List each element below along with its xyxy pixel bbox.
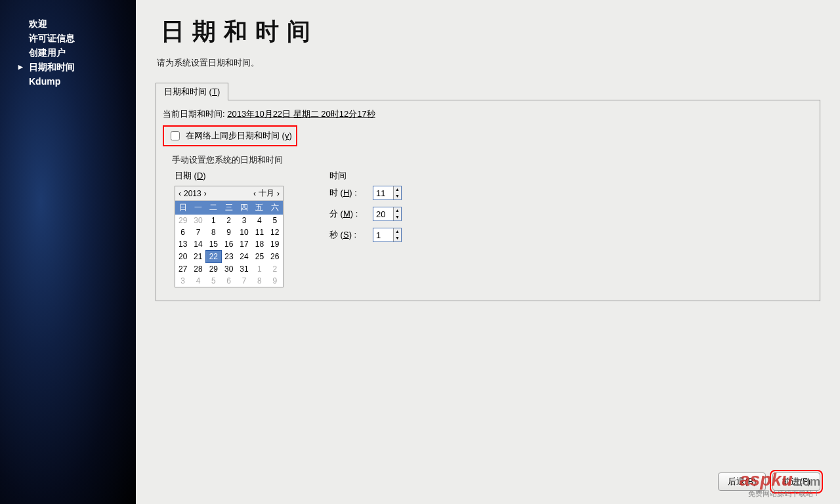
sidebar-item-3[interactable]: 日期和时间 (0, 60, 136, 75)
calendar-day: 6 (221, 275, 236, 287)
time-section-label: 时间 (329, 170, 402, 182)
hour-row: 时 (H) : ▲▼ (329, 186, 402, 200)
calendar-day[interactable]: 3 (236, 215, 251, 226)
calendar-day: 2 (267, 263, 282, 276)
calendar-day[interactable]: 11 (252, 226, 267, 238)
calendar-day[interactable]: 28 (190, 263, 205, 276)
sync-network-checkbox-input[interactable] (171, 131, 180, 140)
calendar-header: ‹ 2013 › ‹ 十月 › (175, 186, 283, 201)
footer-buttons: 后退(B) 前进(F) (718, 472, 820, 491)
minute-row: 分 (M) : ▲▼ (329, 207, 402, 221)
calendar-day[interactable]: 19 (267, 238, 282, 251)
calendar-dow-row: 日一二三四五六 (175, 201, 283, 215)
sidebar-item-1[interactable]: 许可证信息 (0, 32, 136, 46)
page-prompt: 请为系统设置日期和时间。 (157, 57, 820, 69)
calendar-day[interactable]: 16 (221, 238, 236, 251)
page-title: 日期和时间 (161, 16, 820, 48)
sidebar-item-2[interactable]: 创建用户 (0, 46, 136, 60)
hour-stepper[interactable]: ▲▼ (373, 186, 402, 200)
time-column: 时间 时 (H) : ▲▼ 分 (M) : (323, 170, 402, 287)
current-datetime-line: 当前日期和时间: 2013年10月22日 星期二 20时12分17秒 (163, 108, 813, 120)
second-up-icon[interactable]: ▲ (394, 228, 401, 235)
calendar-day[interactable]: 24 (236, 251, 251, 263)
calendar-day[interactable]: 31 (236, 263, 251, 276)
calendar-year[interactable]: 2013 (183, 189, 202, 198)
calendar-body: 2930123456789101112131415161718192021222… (175, 215, 283, 287)
second-input[interactable] (373, 228, 393, 242)
hour-up-icon[interactable]: ▲ (394, 186, 401, 193)
calendar-day: 3 (175, 275, 190, 287)
date-section-label: 日期 (D) (175, 170, 284, 182)
calendar-day[interactable]: 13 (175, 238, 190, 251)
hour-input[interactable] (373, 186, 393, 200)
minute-input[interactable] (373, 207, 393, 220)
calendar-day[interactable]: 5 (267, 215, 282, 226)
calendar-dow: 二 (206, 201, 221, 215)
calendar-grid: 日一二三四五六 29301234567891011121314151617181… (175, 201, 283, 287)
calendar-week: 20212223242526 (175, 251, 283, 263)
calendar-week: 13141516171819 (175, 238, 283, 251)
minute-down-icon[interactable]: ▼ (394, 214, 401, 220)
sidebar-item-4[interactable]: Kdump (0, 75, 136, 88)
calendar-dow: 四 (236, 201, 251, 215)
calendar-day: 29 (175, 215, 190, 226)
calendar-day[interactable]: 7 (190, 226, 205, 238)
calendar-day: 7 (236, 275, 251, 287)
calendar-day[interactable]: 26 (267, 251, 282, 263)
calendar-week: 272829303112 (175, 263, 283, 276)
calendar-day[interactable]: 1 (206, 215, 221, 226)
calendar-day[interactable]: 10 (236, 226, 251, 238)
calendar-day[interactable]: 18 (252, 238, 267, 251)
calendar-day[interactable]: 22 (206, 251, 221, 263)
calendar-dow: 日 (175, 201, 190, 215)
next-year-icon[interactable]: › (203, 189, 207, 198)
calendar-day: 4 (190, 275, 205, 287)
tab-datetime[interactable]: 日期和时间 (T) (156, 83, 228, 100)
minute-up-icon[interactable]: ▲ (394, 207, 401, 214)
calendar-day[interactable]: 12 (267, 226, 282, 238)
calendar-day[interactable]: 17 (236, 238, 251, 251)
tab-panel: 当前日期和时间: 2013年10月22日 星期二 20时12分17秒 在网络上同… (156, 100, 820, 301)
calendar-week: 3456789 (175, 275, 283, 287)
calendar-day[interactable]: 8 (206, 226, 221, 238)
sync-network-checkbox[interactable]: 在网络上同步日期和时间 (y) (168, 129, 292, 142)
calendar-day[interactable]: 25 (252, 251, 267, 263)
back-button[interactable]: 后退(B) (718, 472, 766, 491)
hour-down-icon[interactable]: ▼ (394, 193, 401, 200)
calendar-dow: 一 (190, 201, 205, 215)
date-column: 日期 (D) ‹ 2013 › ‹ 十月 › (175, 170, 284, 287)
calendar-day: 9 (267, 275, 282, 287)
minute-stepper[interactable]: ▲▼ (373, 207, 402, 221)
second-down-icon[interactable]: ▼ (394, 235, 401, 242)
calendar-day[interactable]: 2 (221, 215, 236, 226)
sync-highlight: 在网络上同步日期和时间 (y) (163, 125, 297, 146)
calendar-day[interactable]: 23 (221, 251, 236, 263)
calendar-day[interactable]: 9 (221, 226, 236, 238)
calendar-day[interactable]: 21 (190, 251, 205, 263)
calendar-day[interactable]: 29 (206, 263, 221, 276)
calendar-day[interactable]: 15 (206, 238, 221, 251)
calendar-day: 30 (190, 215, 205, 226)
sidebar-item-0[interactable]: 欢迎 (0, 17, 136, 32)
main-panel: 日期和时间 请为系统设置日期和时间。 日期和时间 (T) 当前日期和时间: 20… (136, 0, 840, 504)
calendar-dow: 六 (267, 201, 282, 215)
next-month-icon[interactable]: › (276, 189, 280, 198)
calendar-day[interactable]: 4 (252, 215, 267, 226)
sidebar: 欢迎许可证信息创建用户日期和时间Kdump (0, 0, 136, 504)
calendar-dow: 三 (221, 201, 236, 215)
calendar-day: 1 (252, 263, 267, 276)
calendar[interactable]: ‹ 2013 › ‹ 十月 › 日一二三四五六 (175, 186, 284, 287)
calendar-day[interactable]: 30 (221, 263, 236, 276)
calendar-day[interactable]: 20 (175, 251, 190, 263)
manual-set-label: 手动设置您系统的日期和时间 (172, 154, 813, 166)
prev-month-icon[interactable]: ‹ (253, 189, 257, 198)
calendar-day[interactable]: 14 (190, 238, 205, 251)
calendar-month[interactable]: 十月 (258, 188, 275, 199)
calendar-dow: 五 (252, 201, 267, 215)
calendar-day[interactable]: 27 (175, 263, 190, 276)
calendar-week: 293012345 (175, 215, 283, 226)
calendar-day[interactable]: 6 (175, 226, 190, 238)
forward-button[interactable]: 前进(F) (772, 472, 820, 491)
second-stepper[interactable]: ▲▼ (373, 228, 402, 242)
prev-year-icon[interactable]: ‹ (178, 189, 182, 198)
